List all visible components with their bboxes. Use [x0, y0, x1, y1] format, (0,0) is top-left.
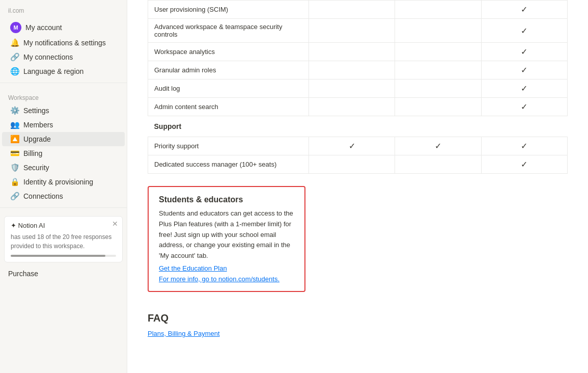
- faq-section: FAQ Plans, Billing & Payment: [127, 302, 588, 348]
- notion-ai-progress-bar: [11, 255, 116, 257]
- sidebar-item-upgrade[interactable]: 🔼 Upgrade: [2, 132, 125, 146]
- row-label: Dedicated success manager (100+ seats): [148, 155, 309, 174]
- check-cell-col2: [395, 19, 481, 43]
- shield-icon: 🛡️: [10, 163, 19, 172]
- check-cell-col2: [395, 61, 481, 79]
- check-cell-col1: [309, 155, 395, 174]
- billing-icon: 💳: [10, 149, 19, 158]
- check-cell-col2: ✓: [395, 137, 481, 155]
- check-cell-col3: ✓: [481, 137, 567, 155]
- row-label: Workspace analytics: [148, 43, 309, 61]
- sidebar-item-my-account[interactable]: M My account: [2, 19, 125, 36]
- sidebar-item-label-connections: My connections: [23, 53, 73, 61]
- faq-billing-link[interactable]: Plans, Billing & Payment: [148, 330, 220, 337]
- notion-ai-bar-fill: [11, 255, 105, 257]
- check-cell-col3: ✓: [481, 43, 567, 61]
- row-label: Admin content search: [148, 98, 309, 116]
- table-row: Advanced workspace & teamspace security …: [148, 19, 568, 43]
- check-cell-col3: ✓: [481, 19, 567, 43]
- support-section-header: Support: [148, 116, 568, 137]
- upgrade-icon: 🔼: [10, 135, 19, 144]
- row-label: Priority support: [148, 137, 309, 155]
- notion-ai-box: ✕ ✦ Notion AI has used 18 of the 20 free…: [4, 216, 123, 262]
- lock-icon: 🔒: [10, 177, 19, 186]
- table-row: Granular admin roles ✓: [148, 61, 568, 79]
- bell-icon: 🔔: [10, 38, 19, 47]
- check-cell-col3: ✓: [481, 98, 567, 116]
- faq-title: FAQ: [148, 312, 568, 324]
- check-cell-col2: [395, 79, 481, 98]
- check-cell-col2: [395, 98, 481, 116]
- check-cell-col3: ✓: [481, 79, 567, 98]
- members-icon: 👥: [10, 120, 19, 129]
- sidebar-item-label-identity: Identity & provisioning: [23, 178, 93, 186]
- sidebar-item-connections[interactable]: 🔗 My connections: [2, 50, 125, 64]
- notion-students-link[interactable]: For more info, go to notion.com/students…: [159, 275, 294, 283]
- sidebar-item-notifications[interactable]: 🔔 My notifications & settings: [2, 36, 125, 50]
- close-icon[interactable]: ✕: [112, 220, 118, 228]
- sidebar-item-language[interactable]: 🌐 Language & region: [2, 64, 125, 78]
- sidebar-item-label-members: Members: [23, 121, 53, 129]
- sidebar: il.com M My account 🔔 My notifications &…: [0, 0, 127, 373]
- table-row: Audit log ✓: [148, 79, 568, 98]
- globe-icon: 🌐: [10, 67, 19, 76]
- check-cell-col1: [309, 1, 395, 19]
- sidebar-item-label-my-account: My account: [25, 23, 62, 32]
- check-cell-col2: [395, 155, 481, 174]
- feature-table-container: User provisioning (SCIM) ✓ Advanced work…: [127, 0, 588, 174]
- check-cell-col3: ✓: [481, 61, 567, 79]
- feature-table: User provisioning (SCIM) ✓ Advanced work…: [148, 0, 568, 174]
- row-label: Granular admin roles: [148, 61, 309, 79]
- sidebar-email: il.com: [0, 4, 127, 19]
- check-cell-col2: [395, 1, 481, 19]
- check-cell-col2: [395, 43, 481, 61]
- sidebar-item-label-settings: Settings: [23, 106, 49, 115]
- row-label: Audit log: [148, 79, 309, 98]
- check-cell-col1: [309, 98, 395, 116]
- gear-icon: ⚙️: [10, 106, 19, 115]
- workspace-section-label: Workspace: [0, 90, 127, 103]
- avatar: M: [10, 22, 21, 33]
- table-row: Priority support ✓ ✓ ✓: [148, 137, 568, 155]
- students-educators-box: Students & educators Students and educat…: [148, 186, 305, 292]
- purchase-link[interactable]: Purchase: [0, 267, 127, 281]
- table-row: Workspace analytics ✓: [148, 43, 568, 61]
- sidebar-divider: [0, 83, 127, 83]
- sidebar-item-settings[interactable]: ⚙️ Settings: [2, 103, 125, 118]
- table-row: User provisioning (SCIM) ✓: [148, 1, 568, 19]
- students-title: Students & educators: [159, 195, 294, 204]
- row-label: User provisioning (SCIM): [148, 1, 309, 19]
- notion-ai-title: ✦ Notion AI: [11, 222, 116, 229]
- sidebar-item-workspace-connections[interactable]: 🔗 Connections: [2, 189, 125, 203]
- sidebar-item-label-security: Security: [23, 164, 49, 172]
- sidebar-item-label-notifications: My notifications & settings: [23, 39, 106, 47]
- link-icon: 🔗: [10, 52, 19, 62]
- support-section-row: Support: [148, 116, 568, 137]
- check-cell-col3: ✓: [481, 1, 567, 19]
- sidebar-item-label-upgrade: Upgrade: [23, 135, 51, 143]
- check-cell-col1: ✓: [309, 137, 395, 155]
- sidebar-item-identity[interactable]: 🔒 Identity & provisioning: [2, 175, 125, 189]
- sidebar-item-label-language: Language & region: [23, 67, 83, 75]
- check-cell-col1: [309, 19, 395, 43]
- sidebar-item-security[interactable]: 🛡️ Security: [2, 161, 125, 175]
- sidebar-item-billing[interactable]: 💳 Billing: [2, 146, 125, 161]
- table-row: Admin content search ✓: [148, 98, 568, 116]
- sidebar-divider-2: [0, 207, 127, 208]
- check-cell-col1: [309, 61, 395, 79]
- education-plan-link[interactable]: Get the Education Plan: [159, 264, 294, 272]
- check-cell-col1: [309, 79, 395, 98]
- sidebar-item-label-workspace-connections: Connections: [23, 192, 63, 200]
- check-cell-col1: [309, 43, 395, 61]
- connections-icon: 🔗: [10, 192, 19, 201]
- check-cell-col3: ✓: [481, 155, 567, 174]
- sidebar-item-label-billing: Billing: [23, 149, 42, 157]
- students-text: Students and educators can get access to…: [159, 208, 294, 261]
- row-label: Advanced workspace & teamspace security …: [148, 19, 309, 43]
- table-row: Dedicated success manager (100+ seats) ✓: [148, 155, 568, 174]
- main-content: User provisioning (SCIM) ✓ Advanced work…: [127, 0, 588, 373]
- sidebar-item-members[interactable]: 👥 Members: [2, 118, 125, 132]
- notion-ai-text: has used 18 of the 20 free responses pro…: [11, 232, 116, 251]
